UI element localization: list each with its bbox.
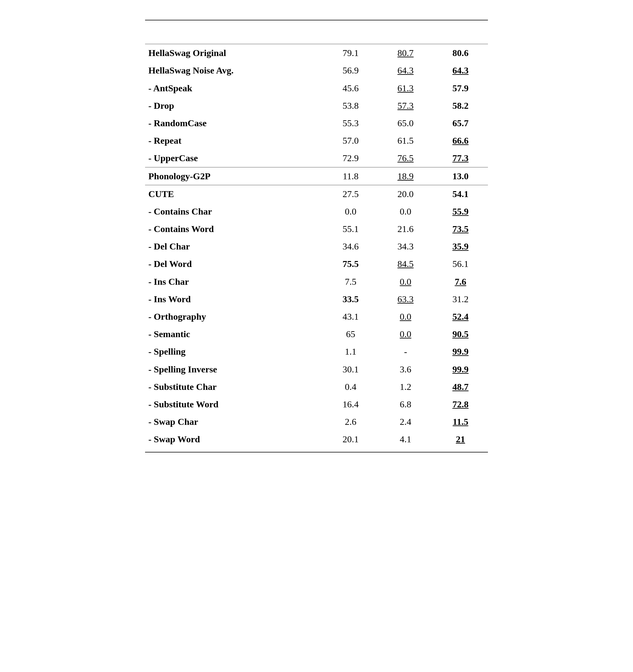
table-row: - RandomCase55.365.065.7 [145, 114, 488, 132]
table-cell: 21.6 [378, 220, 433, 238]
row-label: - Orthography [145, 308, 323, 325]
table-row: - Swap Word20.14.121 [145, 430, 488, 452]
table-cell: 27.5 [323, 185, 378, 203]
table-cell: 75.5 [323, 255, 378, 272]
table-cell: 11.8 [323, 167, 378, 185]
table-row: - Contains Char0.00.055.9 [145, 203, 488, 220]
table-row: - Del Word75.584.556.1 [145, 255, 488, 272]
table-cell: 20.1 [323, 430, 378, 452]
table-cell: 3.6 [378, 361, 433, 378]
row-label: - Del Word [145, 255, 323, 272]
table-cell: 11.5 [433, 413, 488, 430]
table-cell: 0.0 [323, 203, 378, 220]
table-header-row [145, 20, 488, 44]
table-cell: 2.4 [378, 413, 433, 430]
results-table: HellaSwag Original79.180.780.6HellaSwag … [145, 20, 488, 453]
table-cell: 80.7 [378, 44, 433, 62]
row-label: - Drop [145, 97, 323, 114]
row-label: - Contains Word [145, 220, 323, 238]
table-cell: 2.6 [323, 413, 378, 430]
table-cell: 6.8 [378, 395, 433, 413]
table-row: - Ins Word33.563.331.2 [145, 290, 488, 308]
table-cell: 55.3 [323, 114, 378, 132]
row-label: - Spelling [145, 343, 323, 360]
table-cell: 53.8 [323, 97, 378, 114]
table-row: - Substitute Char0.41.248.7 [145, 378, 488, 395]
table-cell: 34.6 [323, 238, 378, 255]
table-cell: 56.9 [323, 62, 378, 79]
table-cell: 64.3 [378, 62, 433, 79]
table-cell: 80.6 [433, 44, 488, 62]
col-header-llama31 [378, 20, 433, 44]
table-cell: 21 [433, 430, 488, 452]
table-row: HellaSwag Noise Avg.56.964.364.3 [145, 62, 488, 79]
table-cell: 65 [323, 325, 378, 343]
row-label: CUTE [145, 185, 323, 203]
table-cell: 1.1 [323, 343, 378, 360]
row-label: - Substitute Word [145, 395, 323, 413]
table-row: - Substitute Word16.46.872.8 [145, 395, 488, 413]
table-cell: 48.7 [433, 378, 488, 395]
row-label: HellaSwag Original [145, 44, 323, 62]
table-cell: 65.7 [433, 114, 488, 132]
row-label: - Spelling Inverse [145, 361, 323, 378]
table-cell: 61.5 [378, 132, 433, 149]
table-cell: 65.0 [378, 114, 433, 132]
table-cell: 55.9 [433, 203, 488, 220]
table-cell: 72.8 [433, 395, 488, 413]
table-cell: 52.4 [433, 308, 488, 325]
table-cell: - [378, 343, 433, 360]
table-cell: 56.1 [433, 255, 488, 272]
row-label: - AntSpeak [145, 79, 323, 97]
row-label: - Semantic [145, 325, 323, 343]
table-cell: 0.0 [378, 273, 433, 290]
row-label: - Repeat [145, 132, 323, 149]
table-cell: 77.3 [433, 149, 488, 167]
table-cell: 35.9 [433, 238, 488, 255]
table-row: - Spelling Inverse30.13.699.9 [145, 361, 488, 378]
table-body: HellaSwag Original79.180.780.6HellaSwag … [145, 44, 488, 452]
table-cell: 33.5 [323, 290, 378, 308]
table-row: - Orthography43.10.052.4 [145, 308, 488, 325]
table-cell: 57.0 [323, 132, 378, 149]
table-cell: 55.1 [323, 220, 378, 238]
row-label: Phonology-G2P [145, 167, 323, 185]
table-cell: 31.2 [433, 290, 488, 308]
table-row: - AntSpeak45.661.357.9 [145, 79, 488, 97]
table-cell: 73.5 [433, 220, 488, 238]
table-cell: 79.1 [323, 44, 378, 62]
main-table-container: HellaSwag Original79.180.780.6HellaSwag … [145, 20, 488, 453]
table-cell: 0.0 [378, 325, 433, 343]
row-label: - Swap Char [145, 413, 323, 430]
table-cell: 57.3 [378, 97, 433, 114]
table-row: - Spelling1.1-99.9 [145, 343, 488, 360]
table-cell: 64.3 [433, 62, 488, 79]
table-cell: 76.5 [378, 149, 433, 167]
table-row: - Ins Char7.50.07.6 [145, 273, 488, 290]
table-cell: 16.4 [323, 395, 378, 413]
table-cell: 66.6 [433, 132, 488, 149]
table-row: - Del Char34.634.335.9 [145, 238, 488, 255]
table-row: CUTE27.520.054.1 [145, 185, 488, 203]
table-row: Phonology-G2P11.818.913.0 [145, 167, 488, 185]
row-label: - Swap Word [145, 430, 323, 452]
table-cell: 43.1 [323, 308, 378, 325]
row-label: - Ins Word [145, 290, 323, 308]
table-cell: 72.9 [323, 149, 378, 167]
table-row: - Swap Char2.62.411.5 [145, 413, 488, 430]
table-cell: 99.9 [433, 361, 488, 378]
table-cell: 45.6 [323, 79, 378, 97]
table-cell: 63.3 [378, 290, 433, 308]
row-label: HellaSwag Noise Avg. [145, 62, 323, 79]
table-cell: 30.1 [323, 361, 378, 378]
row-label: - Del Char [145, 238, 323, 255]
table-cell: 20.0 [378, 185, 433, 203]
col-header-blt [433, 20, 488, 44]
table-cell: 18.9 [378, 167, 433, 185]
table-cell: 57.9 [433, 79, 488, 97]
col-header-llama3 [323, 20, 378, 44]
table-cell: 7.5 [323, 273, 378, 290]
table-cell: 0.0 [378, 308, 433, 325]
table-row: - Contains Word55.121.673.5 [145, 220, 488, 238]
row-label: - Contains Char [145, 203, 323, 220]
